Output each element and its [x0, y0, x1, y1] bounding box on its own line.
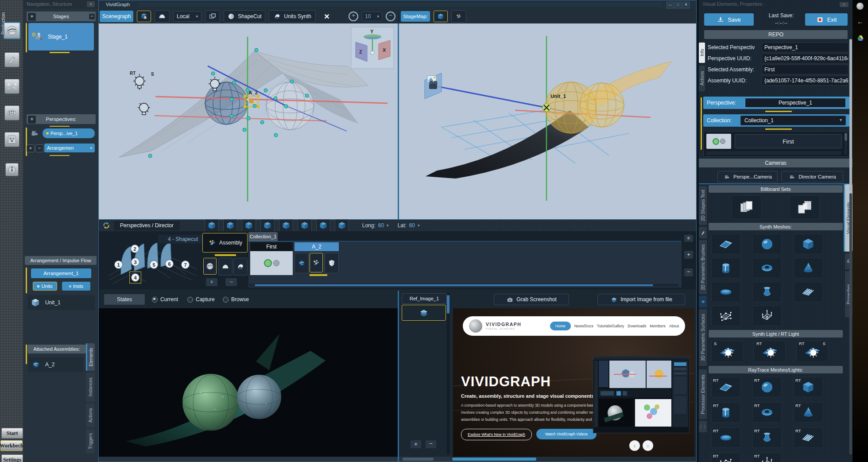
site-watch-button[interactable]: Watch VividGraph Videos	[536, 429, 597, 439]
select-pointer-button[interactable]	[137, 11, 151, 22]
start-button[interactable]: Start	[1, 428, 23, 439]
strip-menu-icon[interactable]: ≡	[684, 235, 693, 242]
insts-tab[interactable]: Insts	[62, 282, 90, 291]
raytrace-patch-points-icon[interactable]: RT	[711, 453, 740, 462]
raytrace-patch-arrows-icon[interactable]: RT	[752, 453, 782, 462]
ref-remove-button[interactable]: −	[426, 440, 436, 448]
director-view-buttons[interactable]	[205, 219, 349, 232]
director-view-button[interactable]	[242, 219, 256, 232]
attached-assembly-item[interactable]: A_2	[28, 357, 83, 372]
synth-light-rt-s-icon[interactable]: RTS	[796, 341, 828, 362]
assembly-mode-button[interactable]: Assembly	[202, 233, 248, 252]
a2-thumb-assembly[interactable]	[310, 253, 323, 272]
states-render-viewport[interactable]	[99, 308, 398, 457]
synth-mesh-vase-icon[interactable]	[752, 282, 782, 302]
shapecut-badge[interactable]: 6	[165, 260, 174, 268]
first-assembly-thumbnail[interactable]	[250, 251, 293, 275]
ref-image-tab[interactable]: Ref_Image_1	[402, 293, 447, 304]
brush-shell-button[interactable]	[233, 258, 248, 276]
sidebar-tab-actions[interactable]: Actions	[86, 404, 95, 427]
site-nav-link[interactable]: About	[669, 324, 679, 328]
site-explore-button[interactable]: Explore What's New In VividGraph	[461, 429, 532, 440]
arrangement-dropdown[interactable]: Arrangemen ▾	[44, 144, 95, 152]
director-camera-button[interactable]: Director Camera	[781, 171, 843, 182]
director-view-button[interactable]	[279, 219, 293, 232]
grab-screenshot-button[interactable]: Grab Screenshot	[494, 294, 569, 305]
overlap-view-button[interactable]	[205, 10, 220, 23]
raytrace-grid-icon[interactable]: RT	[794, 427, 823, 448]
synth-mesh-cylinder-icon[interactable]	[711, 258, 740, 278]
chevron-down-icon[interactable]: ▾	[387, 223, 389, 228]
director-view-button[interactable]	[335, 219, 349, 232]
director-view-button[interactable]	[223, 219, 237, 232]
raytrace-disc-icon[interactable]: RT	[711, 427, 740, 448]
a2-thumb-swirl[interactable]	[294, 253, 309, 273]
strip-plus-button[interactable]: +	[684, 251, 693, 259]
collection-list-scrollbar[interactable]	[845, 133, 847, 155]
radio-capture-circle[interactable]	[187, 297, 193, 303]
perspective-uuid-field[interactable]: {c1a9e029-55ff-400f-929c-6ac41164d7	[762, 54, 849, 63]
film-tool-button[interactable]	[4, 105, 19, 120]
titlebar-grip[interactable]	[139, 2, 661, 7]
tab-actions[interactable]: Actions	[699, 66, 705, 91]
unit-item[interactable]: Unit_1	[27, 295, 95, 310]
units-tab[interactable]: Units	[33, 282, 57, 291]
carousel-prev-icon[interactable]: ‹	[629, 440, 640, 451]
director-view-button[interactable]	[260, 219, 275, 232]
pen-tool-button[interactable]	[4, 52, 19, 67]
scenegraph-tab[interactable]: Scenegraph	[100, 11, 133, 22]
units-synth-button[interactable]: Units Synth	[269, 10, 316, 23]
ref-scrollbar[interactable]	[447, 292, 450, 454]
refresh-icon[interactable]	[101, 221, 111, 230]
tools-button[interactable]	[4, 79, 19, 94]
save-button[interactable]: Save	[704, 13, 754, 26]
zoom-in-icon[interactable]: +	[349, 12, 358, 21]
window-close-icon[interactable]: ✕	[682, 2, 690, 8]
scenegraph-viewport[interactable]: RT S A_2 Y Z X	[99, 23, 398, 219]
zoom-out-icon[interactable]: −	[386, 12, 395, 21]
synth-mesh-disc-icon[interactable]	[711, 282, 740, 302]
user-avatar[interactable]	[856, 3, 864, 10]
panel-menu-icon[interactable]: ≡	[840, 2, 849, 7]
collection-item-thumbnail[interactable]	[706, 134, 731, 149]
raytrace-vase-icon[interactable]: RT	[752, 427, 782, 448]
director-view-button[interactable]	[205, 219, 219, 232]
sidebar-tab-instances[interactable]: Instances	[86, 373, 95, 402]
synth-light-rt-icon[interactable]: RT	[754, 341, 786, 362]
stage-item[interactable]: Stage_1	[28, 23, 94, 50]
website-scrollbar[interactable]	[451, 457, 696, 462]
site-nav-link[interactable]: Tutorials/Gallery	[597, 324, 624, 328]
first-assembly-tab[interactable]: First	[250, 242, 293, 251]
director-view-button[interactable]	[298, 219, 312, 232]
synth-mesh-sphere-icon[interactable]	[752, 234, 782, 254]
director-view-button[interactable]	[316, 219, 330, 232]
raytrace-plane-icon[interactable]: RT	[711, 377, 740, 397]
brush-sphere-button[interactable]	[203, 258, 217, 275]
site-nav-link[interactable]: Downloads	[628, 324, 646, 328]
billboard-set-a-icon[interactable]	[732, 195, 762, 219]
tab-more-icon[interactable]: ⋮⋮	[699, 421, 707, 432]
collection-item-first[interactable]: First	[735, 134, 842, 148]
collection-tab[interactable]: Collection_1	[248, 232, 278, 241]
raytrace-cone-icon[interactable]: RT	[794, 402, 823, 423]
synth-mesh-patch-points-icon[interactable]	[711, 306, 740, 326]
panel-scrollbar-thumb[interactable]	[849, 39, 852, 191]
ref-add-button[interactable]: +	[411, 440, 421, 448]
perspective-item[interactable]: Persp...ive_1	[43, 128, 95, 138]
zoom-level-dropdown[interactable]: 10 ▾	[362, 12, 382, 21]
shapecut-badge[interactable]: 5	[150, 260, 158, 269]
raytrace-sphere-icon[interactable]: RT	[752, 377, 782, 397]
strip-minus-button[interactable]: −	[684, 268, 693, 276]
shapecut-badge[interactable]: 1	[114, 260, 123, 269]
long-value[interactable]: 60	[378, 222, 384, 229]
tab-swirl-icon[interactable]	[699, 296, 707, 307]
media-tool-button[interactable]	[4, 132, 19, 147]
shapecut-badge-selected[interactable]: 4	[129, 272, 141, 283]
brush-dome-button[interactable]	[218, 258, 232, 276]
radio-capture[interactable]: Capture	[187, 296, 215, 303]
exit-button[interactable]: Exit	[805, 13, 848, 26]
tab-2d-shapes-text[interactable]: 2D Shapes Text	[699, 186, 707, 225]
stagemap-tree-button[interactable]	[451, 10, 466, 23]
perspective-camera-button[interactable]: Perspe...Camera	[717, 171, 778, 182]
synth-mesh-torus-icon[interactable]	[752, 258, 782, 278]
